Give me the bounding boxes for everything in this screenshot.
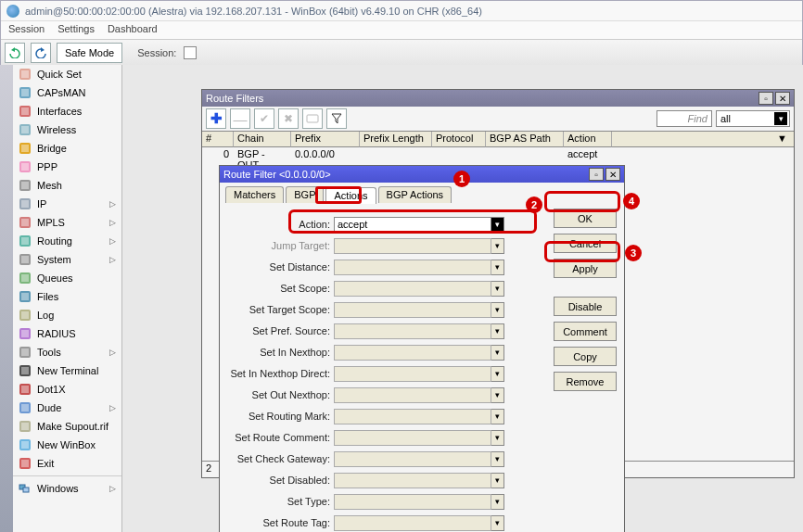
ok-button[interactable]: OK: [554, 209, 617, 228]
set-scope-field[interactable]: [334, 281, 491, 297]
set-in-nexthop-field[interactable]: [334, 345, 491, 361]
cancel-button[interactable]: Cancel: [554, 234, 617, 253]
apply-button[interactable]: Apply: [554, 259, 617, 278]
chevron-down-icon[interactable]: ▾: [491, 281, 504, 297]
close-icon[interactable]: ✕: [605, 168, 620, 181]
chevron-right-icon: ▷: [109, 255, 116, 264]
remove-button: —: [230, 108, 250, 129]
svg-rect-46: [307, 115, 318, 122]
col-action[interactable]: Action: [564, 132, 612, 147]
sidebar-item-queues[interactable]: Queues: [13, 269, 121, 287]
sidebar-item-bridge[interactable]: Bridge: [13, 139, 121, 158]
minimize-icon[interactable]: ▫: [758, 92, 773, 105]
tab-matchers[interactable]: Matchers: [225, 186, 284, 203]
menu-settings[interactable]: Settings: [57, 23, 95, 37]
col-num[interactable]: #: [202, 132, 234, 147]
tab-bgp-actions[interactable]: BGP Actions: [378, 186, 452, 203]
chevron-down-icon[interactable]: ▾: [491, 473, 504, 488]
col-spacer: ▼: [612, 132, 794, 147]
table-row[interactable]: 0 BGP - OUT 0.0.0.0/0 accept: [202, 147, 794, 163]
safe-mode-button[interactable]: Safe Mode: [57, 43, 122, 63]
add-button[interactable]: ✚: [206, 108, 226, 129]
sidebar-item-wireless[interactable]: Wireless: [13, 120, 121, 139]
close-icon[interactable]: ✕: [775, 92, 790, 105]
sidebar-item-windows[interactable]: Windows▷: [13, 479, 121, 498]
set-out-nexthop-field[interactable]: [334, 387, 491, 403]
sidebar-item-dot1x[interactable]: Dot1X: [13, 380, 121, 399]
sidebar-item-mesh[interactable]: Mesh: [13, 176, 121, 195]
chevron-down-icon[interactable]: ▾: [491, 451, 504, 467]
chevron-down-icon[interactable]: ▾: [491, 366, 504, 382]
set-pref-source-field[interactable]: [334, 323, 491, 339]
sidebar-item-make-supout[interactable]: Make Supout.rif: [13, 417, 121, 436]
sidebar-item-label: Files: [37, 291, 58, 302]
redo-button[interactable]: [31, 43, 51, 63]
route-filters-titlebar[interactable]: Route Filters ▫ ✕: [202, 90, 794, 107]
find-input[interactable]: Find: [656, 110, 712, 127]
sidebar-item-files[interactable]: Files: [13, 287, 121, 306]
col-prefix-length[interactable]: Prefix Length: [360, 132, 432, 147]
set-distance-field[interactable]: [334, 260, 491, 275]
sidebar-item-mpls[interactable]: MPLS▷: [13, 213, 121, 232]
sidebar-item-interfaces[interactable]: Interfaces: [13, 102, 121, 120]
menu-session[interactable]: Session: [8, 23, 45, 37]
chevron-down-icon[interactable]: ▾: [491, 217, 504, 233]
interfaces-icon: [19, 105, 32, 118]
sidebar-item-capsman[interactable]: CAPsMAN: [13, 83, 121, 102]
chevron-down-icon[interactable]: ▾: [491, 260, 504, 275]
remove-button[interactable]: Remove: [554, 372, 617, 391]
col-chain[interactable]: Chain: [234, 132, 291, 147]
set-type-field[interactable]: [334, 494, 491, 510]
col-prefix[interactable]: Prefix: [291, 132, 360, 147]
set-route-comment-field[interactable]: [334, 430, 491, 446]
comment-button[interactable]: Comment: [554, 322, 617, 341]
sidebar-item-new-terminal[interactable]: New Terminal: [13, 361, 121, 380]
set-route-tag-field[interactable]: [334, 515, 491, 531]
menu-dashboard[interactable]: Dashboard: [108, 23, 158, 37]
chevron-down-icon[interactable]: ▾: [491, 345, 504, 361]
capsman-icon: [19, 86, 32, 99]
action-combo[interactable]: accept: [334, 217, 491, 233]
filter-scope-combo[interactable]: all ▾: [716, 110, 790, 127]
set-in-nexthop-direct-field[interactable]: [334, 366, 491, 382]
chevron-down-icon[interactable]: ▾: [491, 387, 504, 403]
sidebar-collapse-strip[interactable]: [0, 65, 13, 532]
sidebar-item-radius[interactable]: RADIUS: [13, 324, 121, 343]
chevron-down-icon[interactable]: ▾: [491, 409, 504, 424]
filter-icon[interactable]: [326, 108, 347, 129]
sidebar-item-log[interactable]: Log: [13, 306, 121, 324]
chevron-down-icon[interactable]: ▾: [491, 430, 504, 446]
sidebar-item-new-winbox[interactable]: New WinBox: [13, 436, 121, 454]
tab-bgp[interactable]: BGP: [286, 186, 324, 203]
sidebar-item-tools[interactable]: Tools▷: [13, 343, 121, 361]
sidebar-item-routing[interactable]: Routing▷: [13, 232, 121, 250]
sidebar-item-system[interactable]: System▷: [13, 250, 121, 269]
set-in-nexthop-direct-label: Set In Nexthop Direct:: [227, 368, 334, 379]
sidebar-item-quick-set[interactable]: Quick Set: [13, 65, 121, 83]
copy-button[interactable]: Copy: [554, 347, 617, 366]
undo-button[interactable]: [5, 43, 25, 63]
set-type-label: Set Type:: [227, 496, 334, 507]
svg-rect-5: [21, 108, 29, 115]
sidebar-item-label: Mesh: [37, 180, 62, 191]
col-bgp-as-path[interactable]: BGP AS Path: [486, 132, 564, 147]
set-target-scope-field[interactable]: [334, 302, 491, 318]
set-routing-mark-field[interactable]: [334, 409, 491, 424]
routing-icon: [19, 234, 32, 247]
chevron-down-icon[interactable]: ▾: [491, 323, 504, 339]
col-protocol[interactable]: Protocol: [432, 132, 486, 147]
session-dropdown[interactable]: [184, 46, 197, 59]
sidebar-item-dude[interactable]: Dude▷: [13, 399, 121, 417]
set-check-gateway-field[interactable]: [334, 451, 491, 467]
chevron-down-icon[interactable]: ▾: [491, 515, 504, 531]
disable-button[interactable]: Disable: [554, 297, 617, 316]
chevron-down-icon[interactable]: ▾: [491, 302, 504, 318]
sidebar-item-exit[interactable]: Exit: [13, 454, 121, 473]
minimize-icon[interactable]: ▫: [589, 168, 604, 181]
route-filter-detail-titlebar[interactable]: Route Filter <0.0.0.0/0> ▫ ✕: [220, 166, 624, 183]
set-disabled-field[interactable]: [334, 473, 491, 488]
chevron-down-icon[interactable]: ▾: [491, 494, 504, 510]
sidebar-item-ip[interactable]: IP▷: [13, 195, 121, 213]
sidebar-item-ppp[interactable]: PPP: [13, 158, 121, 176]
tab-actions[interactable]: Actions: [325, 187, 376, 204]
